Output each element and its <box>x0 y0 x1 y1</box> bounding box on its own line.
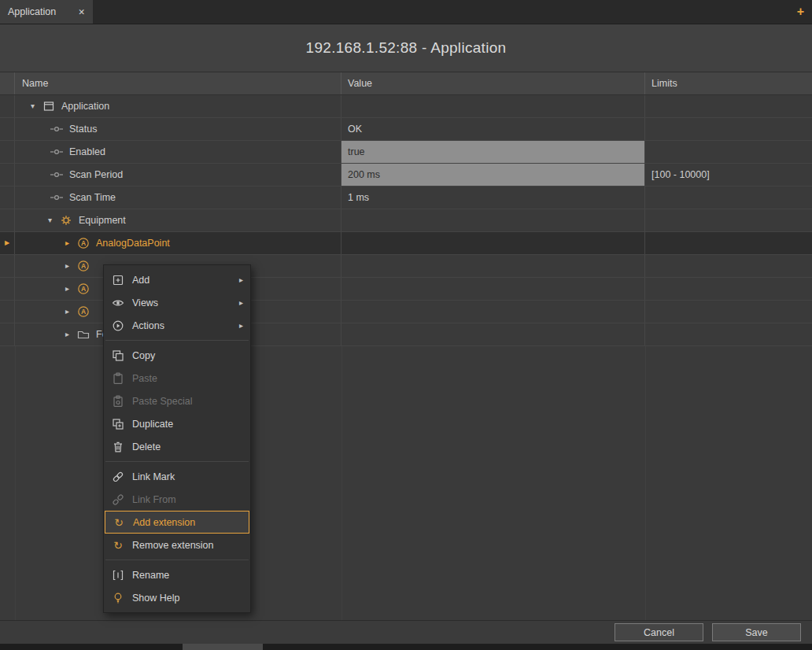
tree-cell-status[interactable]: Status <box>15 118 341 140</box>
menu-item-label: Rename <box>132 570 169 581</box>
table-row-selected[interactable]: ▶ ▸ A AnalogDataPoint <box>0 232 812 255</box>
page-title: 192.168.1.52:88 - Application <box>306 39 507 57</box>
menu-item-link-mark[interactable]: Link Mark <box>104 465 250 488</box>
menu-item-label: Link Mark <box>132 471 175 482</box>
analog-point-icon: A <box>76 260 90 272</box>
new-tab-button[interactable]: + <box>797 5 804 19</box>
tree-cell-scan-period[interactable]: Scan Period <box>15 164 341 186</box>
property-icon <box>50 123 64 135</box>
menu-item-copy[interactable]: Copy <box>104 344 250 367</box>
cell-limits <box>645 209 812 231</box>
row-gutter <box>0 209 15 231</box>
menu-item-add[interactable]: Add ▸ <box>104 268 250 291</box>
menu-item-show-help[interactable]: Show Help <box>104 586 250 609</box>
remove-extension-icon: ↻ <box>111 539 125 552</box>
analog-point-icon: A <box>76 283 90 295</box>
analog-point-icon: A <box>76 237 90 249</box>
cell-limits <box>645 255 812 277</box>
submenu-arrow-icon: ▸ <box>239 298 243 307</box>
menu-item-delete[interactable]: Delete <box>104 435 250 458</box>
footer-bar: Cancel Save <box>0 620 812 644</box>
current-row-marker-icon: ▶ <box>5 240 9 246</box>
menu-item-label: Paste Special <box>132 396 192 407</box>
row-gutter <box>0 141 15 163</box>
menu-separator <box>105 560 249 560</box>
folder-icon <box>76 328 90 341</box>
cell-limits <box>645 278 812 300</box>
menu-item-label: Paste <box>132 373 157 384</box>
cell-limits <box>645 232 812 254</box>
app-window: Application ✕ + 192.168.1.52:88 - Applic… <box>0 0 812 650</box>
property-icon <box>50 191 64 204</box>
expand-arrow[interactable]: ▾ <box>48 216 59 224</box>
cell-value[interactable] <box>341 232 645 254</box>
row-gutter <box>0 187 15 209</box>
column-header-row: Name Value Limits <box>0 72 812 95</box>
expand-arrow[interactable]: ▸ <box>65 308 76 316</box>
expand-arrow[interactable]: ▸ <box>65 262 76 270</box>
cell-limits <box>645 95 812 117</box>
tree-cell-analogdatapoint[interactable]: ▸ A AnalogDataPoint <box>15 232 341 254</box>
menu-item-label: Add <box>132 275 149 286</box>
menu-item-label: Copy <box>132 350 155 361</box>
cell-value-editable[interactable]: true <box>341 141 645 163</box>
expand-arrow[interactable]: ▸ <box>65 331 76 338</box>
cell-limits <box>645 301 812 323</box>
column-header-limits[interactable]: Limits <box>645 72 812 94</box>
copy-icon <box>111 349 125 362</box>
tree-cell-application[interactable]: ▾ Application <box>15 95 341 117</box>
row-label: Equipment <box>79 215 126 226</box>
link-broken-icon <box>111 493 125 506</box>
save-button[interactable]: Save <box>712 623 801 641</box>
table-row[interactable]: ▾ Application <box>0 95 812 118</box>
cell-limits <box>645 323 812 345</box>
menu-item-rename[interactable]: Rename <box>104 563 250 586</box>
tab-close-icon[interactable]: ✕ <box>78 7 85 17</box>
cell-value[interactable] <box>341 301 645 323</box>
table-row[interactable]: Enabled true <box>0 141 812 164</box>
tree-cell-equipment[interactable]: ▾ Equipment <box>15 209 341 231</box>
table-row[interactable]: Scan Period 200 ms [100 - 10000] <box>0 164 812 187</box>
window-bottom-strip <box>0 644 812 650</box>
cell-value[interactable] <box>341 255 645 277</box>
cell-value-editable[interactable]: 200 ms <box>341 164 645 186</box>
table-row[interactable]: ▾ Equipment <box>0 209 812 232</box>
cell-value[interactable] <box>341 323 645 345</box>
cell-value[interactable]: OK <box>341 118 645 140</box>
row-label: Scan Period <box>69 169 123 180</box>
row-gutter <box>0 255 15 277</box>
tree-cell-enabled[interactable]: Enabled <box>15 141 341 163</box>
column-header-name[interactable]: Name <box>15 72 341 94</box>
add-icon <box>111 274 125 286</box>
menu-item-duplicate[interactable]: Duplicate <box>104 412 250 435</box>
row-gutter <box>0 323 15 345</box>
expand-arrow[interactable]: ▾ <box>31 102 42 110</box>
menu-item-views[interactable]: Views ▸ <box>104 291 250 314</box>
row-label: Status <box>69 124 97 135</box>
table-row[interactable]: Scan Time 1 ms <box>0 187 812 209</box>
application-icon <box>42 100 56 113</box>
bottom-strip-fragment <box>183 644 263 650</box>
menu-item-label: Delete <box>132 441 161 452</box>
cancel-button[interactable]: Cancel <box>615 623 703 641</box>
cell-value[interactable] <box>341 278 645 300</box>
column-header-value[interactable]: Value <box>341 72 645 94</box>
context-menu: Add ▸ Views ▸ Actions ▸ Copy <box>103 264 251 613</box>
menu-item-label: Show Help <box>132 593 179 604</box>
cell-value[interactable] <box>341 209 645 231</box>
cell-value[interactable] <box>341 95 645 117</box>
menu-item-add-extension[interactable]: ↻ Add extension <box>105 511 249 534</box>
row-gutter: ▶ <box>0 232 15 254</box>
menu-item-remove-extension[interactable]: ↻ Remove extension <box>104 534 250 556</box>
expand-arrow[interactable]: ▸ <box>65 239 76 247</box>
tab-application[interactable]: Application ✕ <box>0 0 93 24</box>
tab-bar: Application ✕ + <box>0 0 812 24</box>
menu-item-label: Remove extension <box>132 540 214 551</box>
tree-cell-scan-time[interactable]: Scan Time <box>15 187 341 209</box>
cell-value[interactable]: 1 ms <box>341 187 645 209</box>
tab-label: Application <box>8 6 56 17</box>
rename-icon <box>111 569 125 582</box>
table-row[interactable]: Status OK <box>0 118 812 141</box>
expand-arrow[interactable]: ▸ <box>65 285 76 293</box>
menu-item-actions[interactable]: Actions ▸ <box>104 314 250 337</box>
